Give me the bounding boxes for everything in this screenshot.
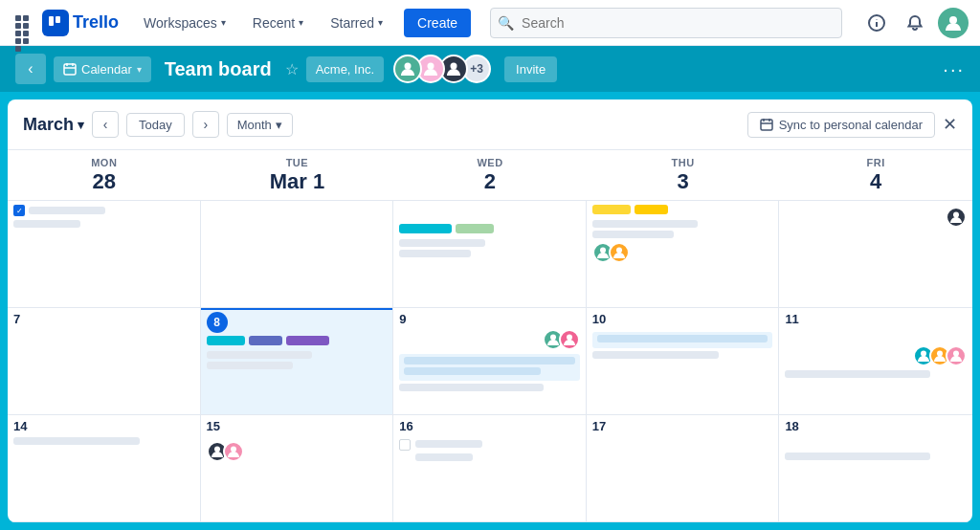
today-button[interactable]: Today <box>126 113 185 137</box>
prev-month-button[interactable]: ‹ <box>92 111 119 138</box>
month-title[interactable]: March ▾ <box>23 115 84 135</box>
card-placeholder <box>592 351 719 359</box>
day-number: 16 <box>399 419 580 433</box>
create-button[interactable]: Create <box>404 9 471 37</box>
checkbox-icon <box>13 205 25 216</box>
day-cell-9[interactable]: 9 <box>393 308 587 414</box>
search-input[interactable] <box>490 8 842 38</box>
svg-point-26 <box>231 447 236 453</box>
member-avatar-1[interactable] <box>393 55 422 83</box>
month-view-btn[interactable]: Month ▾ <box>227 113 293 137</box>
info-button[interactable] <box>861 8 892 38</box>
recent-btn[interactable]: Recent ▾ <box>243 10 313 36</box>
day-cell-14[interactable]: 14 <box>8 415 201 521</box>
svg-point-10 <box>405 63 412 70</box>
close-calendar-button[interactable]: ✕ <box>943 114 957 135</box>
day-cell-4[interactable] <box>779 201 972 307</box>
day-cell-11[interactable]: 11 <box>779 308 972 414</box>
day-number: 9 <box>399 312 580 326</box>
card-placeholder <box>207 362 293 369</box>
search-icon: 🔍 <box>498 15 514 31</box>
member-avatars: +3 <box>399 55 491 83</box>
day-number: 10 <box>592 312 773 326</box>
day-cell-2[interactable] <box>393 201 587 307</box>
calendar-grid: Mon 28 Tue Mar 1 Wed 2 Thu 3 Fri 4 <box>8 150 972 522</box>
day-cell-16[interactable]: 16 <box>393 415 587 521</box>
svg-point-21 <box>567 335 572 341</box>
calendar-header: March ▾ ‹ Today › Month ▾ Sync to person… <box>8 99 972 150</box>
search-bar: 🔍 <box>490 8 842 38</box>
avatars-row <box>592 242 773 263</box>
empty-checkbox <box>399 439 411 451</box>
day-number: 17 <box>592 419 773 433</box>
workspaces-btn[interactable]: Workspaces ▾ <box>134 10 235 36</box>
card-placeholder <box>399 250 471 257</box>
day-cell-3[interactable] <box>587 201 780 307</box>
card-placeholder <box>13 437 140 445</box>
trello-name: Trello <box>73 12 119 33</box>
day-header-thu: Thu 3 <box>587 150 780 200</box>
calendar-view-btn[interactable]: Calendar ▾ <box>54 56 151 82</box>
starred-btn[interactable]: Starred ▾ <box>321 10 392 36</box>
day-header-tue: Tue Mar 1 <box>201 150 394 200</box>
green-card-bar <box>456 224 494 233</box>
svg-rect-6 <box>64 64 76 75</box>
svg-point-18 <box>616 248 622 254</box>
card-placeholder <box>404 367 541 375</box>
cyan-card-bar <box>399 224 452 233</box>
workspace-button[interactable]: Acme, Inc. <box>306 56 384 82</box>
day-cell-17[interactable]: 17 <box>587 415 780 521</box>
mini-avatar-11-3 <box>946 345 967 366</box>
today-line <box>201 308 393 310</box>
day-cell-18[interactable]: 18 <box>779 415 972 521</box>
day-cell-15[interactable]: 15 <box>201 415 394 521</box>
sidebar-toggle[interactable]: ‹ <box>15 54 46 84</box>
chevron-down-icon: ▾ <box>78 118 84 132</box>
next-month-button[interactable]: › <box>192 111 219 138</box>
day-number: 14 <box>13 419 194 433</box>
more-button[interactable]: ··· <box>943 58 965 80</box>
day-header-wed: Wed 2 <box>393 150 587 200</box>
day-cell-10[interactable]: 10 <box>587 308 780 414</box>
calendar-area: March ▾ ‹ Today › Month ▾ Sync to person… <box>8 99 972 522</box>
invite-button[interactable]: Invite <box>504 56 557 82</box>
day-number: 8 <box>207 312 388 333</box>
svg-point-25 <box>214 447 220 453</box>
avatars-row <box>785 345 967 366</box>
card-placeholder <box>592 231 674 238</box>
board-title: Team board <box>165 58 272 80</box>
svg-rect-0 <box>49 16 54 26</box>
week-row-3: 14 15 16 <box>8 415 972 522</box>
sync-calendar-button[interactable]: Sync to personal calendar <box>747 112 935 138</box>
day-cell-mar1[interactable] <box>201 201 394 307</box>
spanning-card[interactable] <box>399 354 580 381</box>
card-placeholder <box>207 351 312 359</box>
chevron-down-icon: ▾ <box>299 17 303 28</box>
card-placeholder <box>785 370 930 378</box>
card-placeholder <box>399 384 544 391</box>
board-nav: ‹ Calendar ▾ Team board ☆ Acme, Inc. <box>0 46 980 92</box>
day-number: 18 <box>785 419 967 433</box>
card-placeholder <box>404 357 575 364</box>
day-cell-7[interactable]: 7 <box>8 308 201 414</box>
chevron-down-icon: ▾ <box>378 17 383 28</box>
card-row <box>399 224 580 236</box>
spanning-card-10[interactable] <box>592 332 773 348</box>
card-placeholder <box>13 220 80 228</box>
card-with-checkbox <box>399 439 580 451</box>
svg-point-4 <box>877 19 878 20</box>
bell-button[interactable] <box>900 8 930 38</box>
svg-point-12 <box>451 63 457 70</box>
week-row-1 <box>8 201 972 308</box>
user-avatar[interactable] <box>938 8 969 38</box>
card-placeholder <box>399 239 485 247</box>
day-cell-8[interactable]: 8 <box>201 308 394 414</box>
svg-point-19 <box>953 212 959 218</box>
chevron-down-icon: ▾ <box>276 118 282 132</box>
day-cell-28[interactable] <box>8 201 201 307</box>
day-number: 11 <box>785 312 967 326</box>
grid-icon[interactable] <box>11 11 34 34</box>
chevron-down-icon: ▾ <box>137 64 142 75</box>
star-button[interactable]: ☆ <box>285 60 299 78</box>
week-row-2: 7 8 9 <box>8 308 972 415</box>
